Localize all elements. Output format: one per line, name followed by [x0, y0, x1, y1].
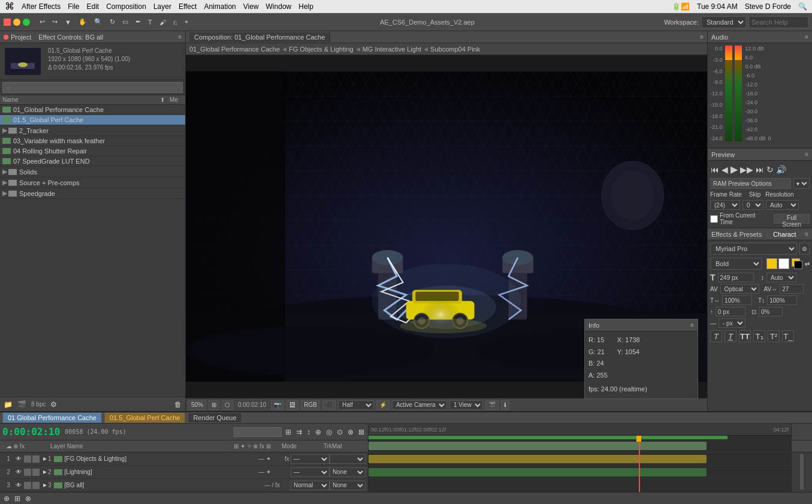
text-italic2-btn[interactable]: T [725, 330, 736, 342]
comp-quality-select[interactable]: HalfFullQuarter [338, 400, 374, 410]
frame-rate-select[interactable]: (24) [710, 200, 740, 210]
layer-mode-3[interactable]: Normal [291, 481, 330, 490]
menu-composition[interactable]: Composition [106, 2, 146, 11]
tl-btn-8[interactable]: ⊠ [357, 427, 366, 437]
swap-colors-btn[interactable]: ⇄ [805, 261, 810, 267]
effects-presets-tab[interactable]: Effects & Presets [711, 231, 762, 238]
list-item[interactable]: ▶ Source + Pre-comps [0, 177, 185, 188]
menu-layer[interactable]: Layer [153, 2, 171, 11]
tool-select[interactable]: ▼ [62, 17, 74, 27]
info-panel-menu[interactable]: ≡ [690, 322, 694, 328]
timeline-tab-render[interactable]: Render Queue [188, 412, 242, 423]
tl-bottom-btn-1[interactable]: ⊕ [2, 494, 11, 503]
font-settings-btn[interactable]: ⚙ [799, 243, 810, 255]
skip-select[interactable]: 0 [742, 200, 763, 210]
menu-window[interactable]: Window [266, 2, 292, 11]
timeline-scroll-thumb[interactable] [800, 454, 804, 490]
comp-render-btn[interactable]: 🎬 [485, 400, 499, 410]
from-current-time-checkbox[interactable] [710, 215, 718, 223]
apple-menu[interactable]: ⌘ [5, 1, 14, 12]
layer-trkmat-1[interactable] [330, 454, 366, 464]
project-delete[interactable]: 🗑 [173, 400, 183, 409]
text-allcaps-btn[interactable]: TT [739, 330, 751, 342]
layer-vis-1[interactable]: 👁 [14, 455, 23, 463]
comp-grid-btn[interactable]: ⊞ [209, 400, 219, 410]
search-help-input[interactable] [748, 16, 808, 28]
preview-loop[interactable]: ↻ [766, 164, 774, 175]
preview-panel-menu[interactable]: ≡ [805, 151, 808, 158]
stroke-select[interactable]: - px [719, 318, 745, 328]
text-super-btn[interactable]: T² [768, 330, 780, 342]
full-screen-btn[interactable]: Full Screen [774, 214, 810, 224]
character-tab[interactable]: Charact [773, 231, 796, 238]
project-8bpc[interactable]: 8 bpc [30, 400, 47, 408]
tool-puppet[interactable]: ⌖ [182, 17, 191, 27]
redo-btn[interactable]: ↪ [50, 17, 60, 27]
list-item[interactable]: ▶ 2_Tracker [0, 125, 185, 136]
tool-rect[interactable]: ▭ [120, 17, 131, 27]
preview-first-frame[interactable]: ⏮ [710, 164, 720, 175]
tl-btn-3[interactable]: ↕ [306, 427, 312, 437]
timeline-tab-comp[interactable]: 01.5_Global Perf Cache [104, 412, 185, 423]
font-select[interactable]: Myriad Pro [710, 243, 797, 255]
layer-lock-1[interactable] [32, 455, 40, 463]
effect-controls-label[interactable]: Effect Controls: BG all [38, 34, 103, 41]
list-item[interactable]: 01.5_Global Perf Cache [0, 115, 185, 125]
from-current-time-label[interactable]: From Current Time [710, 212, 769, 225]
comp-fast-preview[interactable]: ⚡ [376, 400, 390, 410]
font-style-select[interactable]: Bold [710, 258, 762, 270]
comp-view-select[interactable]: Active Camera [392, 400, 447, 410]
menu-file[interactable]: File [68, 2, 79, 11]
tl-btn-1[interactable]: ⊞ [284, 427, 292, 437]
preview-prev-frame[interactable]: ◀ [721, 164, 729, 175]
layer-mode-2[interactable]: — [291, 467, 330, 477]
project-settings[interactable]: ⚙ [49, 400, 58, 409]
playhead-marker[interactable] [636, 436, 641, 442]
comp-channel-btn[interactable]: RGB [301, 400, 320, 410]
comp-zoom-display[interactable]: 50% [188, 400, 206, 410]
audio-panel-menu[interactable]: ≡ [805, 34, 808, 40]
tool-text[interactable]: T [146, 17, 155, 27]
baseline-input[interactable] [716, 307, 745, 316]
tl-bottom-btn-3[interactable]: ⊗ [24, 494, 32, 503]
comp-color-btn[interactable]: ⬛ [322, 400, 336, 410]
tool-hand[interactable]: ✋ [76, 17, 89, 27]
layer-vis-2[interactable]: 👁 [14, 468, 23, 476]
layer-mode-1[interactable]: — [291, 454, 330, 464]
timecode-display[interactable]: 0:00:02:10 [2, 426, 60, 437]
comp-snapshot-btn[interactable]: 📷 [271, 400, 284, 410]
text-italic-btn[interactable]: T [710, 330, 722, 342]
layer-row-3[interactable]: 3 👁 ▶ 3 [BG all] — / fx Normal None [0, 479, 368, 492]
tl-btn-7[interactable]: ⊗ [346, 427, 355, 437]
preview-last-frame[interactable]: ⏭ [755, 164, 765, 175]
layer-trkmat-2[interactable]: None [330, 467, 366, 477]
playhead[interactable] [639, 436, 640, 492]
layer-trkmat-3[interactable]: None [330, 481, 366, 490]
list-item[interactable]: ▶ Solids [0, 167, 185, 177]
layer-expand-2[interactable]: ▶ [42, 469, 48, 475]
width-input[interactable] [722, 295, 752, 305]
effects-panel-menu[interactable]: ≡ [805, 231, 808, 237]
col-expand[interactable]: ⬆ [160, 96, 165, 103]
comp-panel-menu[interactable]: ≡ [700, 34, 704, 40]
tl-btn-6[interactable]: ⊙ [336, 427, 344, 437]
list-item[interactable]: 07 SpeedGrade LUT END [0, 156, 185, 167]
layer-lock-2[interactable] [32, 469, 40, 476]
project-tab-label[interactable]: Project [11, 34, 31, 41]
layer-lock-3[interactable] [32, 482, 40, 489]
list-item[interactable]: ▶ Speedgrade [0, 188, 185, 199]
height-input[interactable] [767, 295, 797, 305]
project-panel-close[interactable] [4, 35, 8, 40]
list-item[interactable]: 01_Global Performance Cache [0, 105, 185, 115]
menu-view[interactable]: View [243, 2, 259, 11]
project-search-input[interactable] [2, 82, 183, 93]
ram-preview-options-btn[interactable]: RAM Preview Options [710, 178, 791, 189]
menu-animation[interactable]: Animation [204, 2, 236, 11]
list-item[interactable]: 04 Rolling Shutter Repair [0, 146, 185, 156]
tool-pen[interactable]: ✒ [133, 17, 143, 27]
comp-info-btn[interactable]: ℹ [501, 400, 509, 410]
tool-rotate[interactable]: ↻ [107, 17, 117, 27]
layer-vis-3[interactable]: 👁 [14, 481, 23, 490]
layer-shy-1[interactable] [24, 455, 31, 463]
layer-expand-1[interactable]: ▶ [42, 455, 48, 462]
